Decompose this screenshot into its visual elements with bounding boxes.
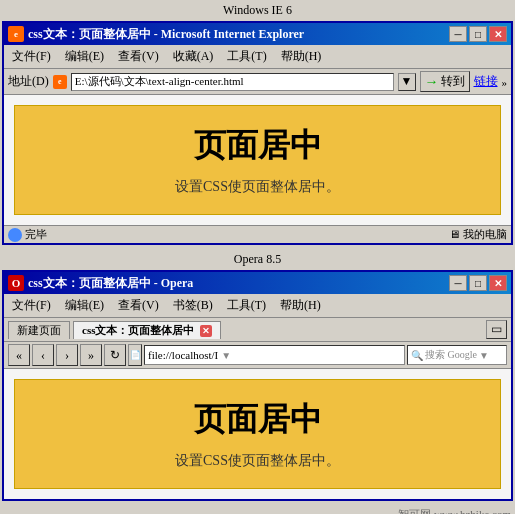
section-label-ie6: Windows IE 6 (0, 0, 515, 21)
opera-active-tab-label: css文本：页面整体居中 (82, 324, 194, 336)
opera-search-bar[interactable]: 🔍 搜索 Google ▼ (407, 345, 507, 365)
opera-menu-edit[interactable]: 编辑(E) (61, 296, 108, 315)
ie-menu-view[interactable]: 查看(V) (114, 47, 163, 66)
ie-title: css文本：页面整体居中 - Microsoft Internet Explor… (28, 26, 304, 43)
ie-address-label: 地址(D) (8, 73, 49, 90)
ie-go-label: 转到 (441, 73, 465, 90)
ie-statusbar: 完毕 🖥 我的电脑 (4, 225, 511, 243)
opera-new-tab-label: 新建页面 (17, 324, 61, 336)
ie-status-left: 完毕 (8, 227, 47, 242)
opera-menu-help[interactable]: 帮助(H) (276, 296, 325, 315)
ie-address-dropdown[interactable]: ▼ (398, 73, 416, 91)
watermark: 智可网 www.hzhike.com (0, 505, 515, 514)
opera-maximize-btn[interactable]: □ (469, 275, 487, 291)
ie-status-icon (8, 228, 22, 242)
opera-active-tab[interactable]: css文本：页面整体居中 ✕ (73, 321, 221, 339)
ie-menubar: 文件(F) 编辑(E) 查看(V) 收藏(A) 工具(T) 帮助(H) (4, 45, 511, 69)
opera-page-subtext: 设置CSS使页面整体居中。 (175, 452, 340, 470)
watermark-text: 智可网 www.hzhike.com (398, 508, 511, 514)
ie-window: e css文本：页面整体居中 - Microsoft Internet Expl… (2, 21, 513, 245)
opera-menu-view[interactable]: 查看(V) (114, 296, 163, 315)
ie-menu-edit[interactable]: 编辑(E) (61, 47, 108, 66)
opera-toolbar-icon: ▭ (491, 322, 502, 336)
opera-page-box: 页面居中 设置CSS使页面整体居中。 (14, 379, 501, 489)
opera-new-tab[interactable]: 新建页面 (8, 321, 70, 339)
opera-page-doc-icon: 📄 (130, 350, 141, 360)
ie-menu-help[interactable]: 帮助(H) (277, 47, 326, 66)
ie-links[interactable]: 链接 (474, 73, 498, 90)
ie-page-heading: 页面居中 (194, 124, 322, 168)
opera-search-dropdown[interactable]: ▼ (479, 350, 489, 361)
opera-close-btn[interactable]: ✕ (489, 275, 507, 291)
ie-computer-icon: 🖥 (449, 228, 460, 240)
ie-content-area: 页面居中 设置CSS使页面整体居中。 (4, 95, 511, 225)
ie-menu-file[interactable]: 文件(F) (8, 47, 55, 66)
opera-menu-file[interactable]: 文件(F) (8, 296, 55, 315)
ie-status-right: 🖥 我的电脑 (449, 227, 507, 242)
opera-menubar: 文件(F) 编辑(E) 查看(V) 书签(B) 工具(T) 帮助(H) (4, 294, 511, 318)
section-label-opera: Opera 8.5 (0, 249, 515, 270)
opera-window-icon: O (8, 275, 24, 291)
opera-address-value: file://localhost/I (148, 349, 218, 361)
opera-nav-forward-forward[interactable]: » (80, 344, 102, 366)
ie-page-box: 页面居中 设置CSS使页面整体居中。 (14, 105, 501, 215)
opera-nav-back[interactable]: ‹ (32, 344, 54, 366)
ie-addressbar: 地址(D) e E:\源代码\文本\text-align-center.html… (4, 69, 511, 95)
opera-label: Opera 8.5 (234, 252, 281, 266)
ie-go-button[interactable]: → 转到 (420, 71, 470, 92)
ie-titlebar: e css文本：页面整体居中 - Microsoft Internet Expl… (4, 23, 511, 45)
ie-page-subtext: 设置CSS使页面整体居中。 (175, 178, 340, 196)
ie-menu-favorites[interactable]: 收藏(A) (169, 47, 218, 66)
opera-search-icon: 🔍 (411, 350, 423, 361)
ie-status-computer: 我的电脑 (463, 228, 507, 240)
opera-window: O css文本：页面整体居中 - Opera ─ □ ✕ 文件(F) 编辑(E)… (2, 270, 513, 501)
ie-maximize-btn[interactable]: □ (469, 26, 487, 42)
opera-menu-tools[interactable]: 工具(T) (223, 296, 270, 315)
opera-tabbar: 新建页面 css文本：页面整体居中 ✕ ▭ (4, 318, 511, 342)
opera-address-dropdown: ▼ (221, 350, 231, 361)
opera-titlebar-left: O css文本：页面整体居中 - Opera (8, 275, 193, 292)
opera-content-area: 页面居中 设置CSS使页面整体居中。 (4, 369, 511, 499)
opera-nav-reload[interactable]: ↻ (104, 344, 126, 366)
ie-titlebar-left: e css文本：页面整体居中 - Microsoft Internet Expl… (8, 26, 304, 43)
opera-titlebar-buttons: ─ □ ✕ (449, 275, 507, 291)
ie-titlebar-buttons: ─ □ ✕ (449, 26, 507, 42)
ie6-label: Windows IE 6 (223, 3, 292, 17)
opera-navba: « ‹ › » ↻ 📄 file://localhost/I ▼ 🔍 搜索 Go… (4, 342, 511, 369)
opera-address-bar[interactable]: file://localhost/I ▼ (144, 345, 405, 365)
ie-address-icon: e (53, 75, 67, 89)
opera-nav-back-back[interactable]: « (8, 344, 30, 366)
opera-page-heading: 页面居中 (194, 398, 322, 442)
opera-menu-bookmarks[interactable]: 书签(B) (169, 296, 217, 315)
opera-titlebar: O css文本：页面整体居中 - Opera ─ □ ✕ (4, 272, 511, 294)
ie-address-input[interactable]: E:\源代码\文本\text-align-center.html (71, 73, 394, 91)
ie-address-value: E:\源代码\文本\text-align-center.html (75, 74, 244, 89)
opera-nav-forward[interactable]: › (56, 344, 78, 366)
ie-menu-tools[interactable]: 工具(T) (223, 47, 270, 66)
ie-toolbar-extend: » (502, 76, 508, 88)
ie-status-text: 完毕 (25, 227, 47, 242)
opera-tab-close[interactable]: ✕ (200, 325, 212, 337)
ie-go-arrow: → (425, 74, 439, 90)
opera-page-icon: 📄 (128, 344, 142, 366)
opera-title: css文本：页面整体居中 - Opera (28, 275, 193, 292)
ie-minimize-btn[interactable]: ─ (449, 26, 467, 42)
ie-window-icon: e (8, 26, 24, 42)
opera-search-label: 搜索 Google (425, 348, 477, 362)
opera-tab-toolbar[interactable]: ▭ (486, 320, 507, 339)
opera-minimize-btn[interactable]: ─ (449, 275, 467, 291)
ie-close-btn[interactable]: ✕ (489, 26, 507, 42)
